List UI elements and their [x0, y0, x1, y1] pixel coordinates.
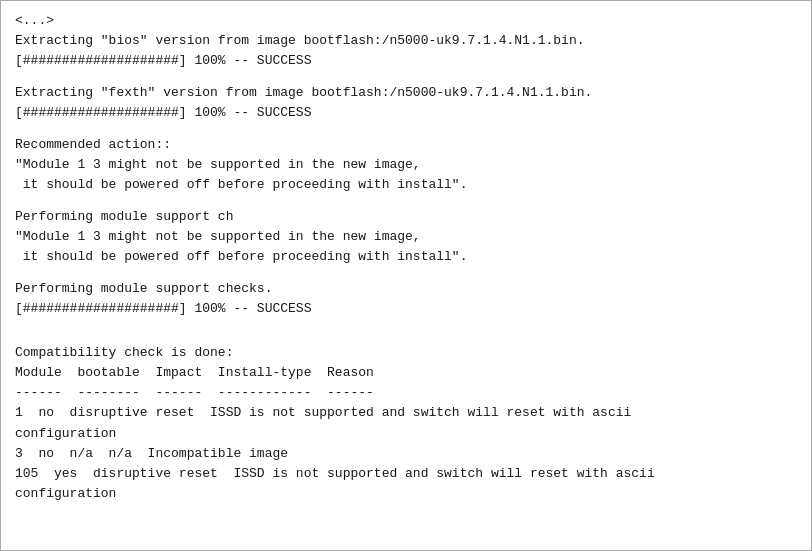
terminal-line: it should be powered off before proceedi…	[15, 175, 797, 195]
terminal-line: Compatibility check is done:	[15, 343, 797, 363]
spacer	[15, 196, 797, 208]
spacer	[15, 320, 797, 332]
terminal-line: [####################] 100% -- SUCCESS	[15, 103, 797, 123]
terminal-line: 1 no disruptive reset ISSD is not suppor…	[15, 403, 797, 423]
terminal-window: <...> Extracting "bios" version from ima…	[0, 0, 812, 551]
terminal-line: configuration	[15, 424, 797, 444]
terminal-line: <...>	[15, 11, 797, 31]
terminal-line: configuration	[15, 484, 797, 504]
terminal-line: it should be powered off before proceedi…	[15, 247, 797, 267]
terminal-line: Performing module support ch	[15, 207, 797, 227]
terminal-line: 105 yes disruptive reset ISSD is not sup…	[15, 464, 797, 484]
terminal-line: Recommended action::	[15, 135, 797, 155]
terminal-line: [####################] 100% -- SUCCESS	[15, 299, 797, 319]
terminal-line: ------ -------- ------ ------------ ----…	[15, 383, 797, 403]
terminal-line: "Module 1 3 might not be supported in th…	[15, 155, 797, 175]
terminal-line: [####################] 100% -- SUCCESS	[15, 51, 797, 71]
terminal-line: Extracting "bios" version from image boo…	[15, 31, 797, 51]
spacer	[15, 331, 797, 343]
spacer	[15, 123, 797, 135]
terminal-line: Module bootable Impact Install-type Reas…	[15, 363, 797, 383]
spacer	[15, 71, 797, 83]
terminal-line: Performing module support checks.	[15, 279, 797, 299]
spacer	[15, 268, 797, 280]
terminal-line: 3 no n/a n/a Incompatible image	[15, 444, 797, 464]
terminal-line: "Module 1 3 might not be supported in th…	[15, 227, 797, 247]
terminal-line: Extracting "fexth" version from image bo…	[15, 83, 797, 103]
